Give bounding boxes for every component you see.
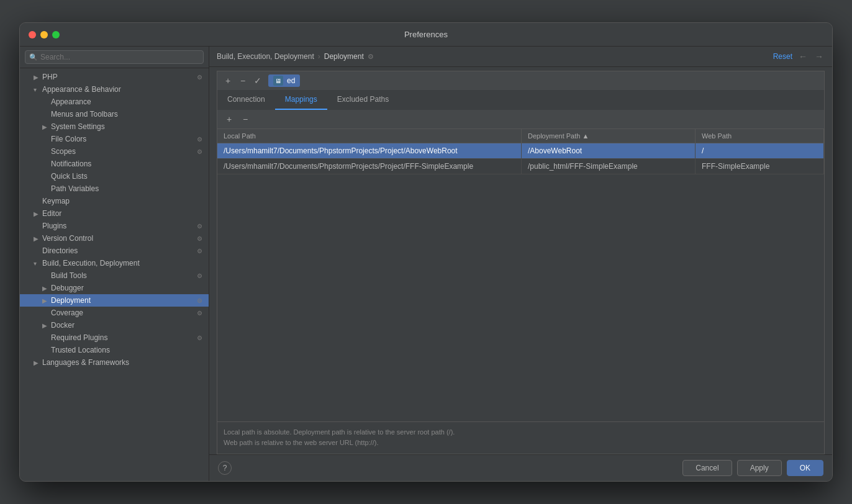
bed-arrow: ▾	[34, 260, 42, 267]
sidebar-item-path-variables[interactable]: Path Variables	[20, 182, 209, 195]
sidebar-item-build-execution-deployment[interactable]: ▾ Build, Execution, Deployment	[20, 257, 209, 269]
preferences-window: Preferences 🔍 ▶ PHP ⚙ ▾	[19, 22, 833, 482]
sidebar-item-menus-toolbars[interactable]: Menus and Toolbars	[20, 108, 209, 120]
coverage-config-icon: ⚙	[195, 308, 204, 317]
sidebar-item-directories[interactable]: Directories ⚙	[20, 245, 209, 257]
sidebar-item-scopes[interactable]: Scopes ⚙	[20, 145, 209, 158]
sidebar-item-coverage[interactable]: Coverage ⚙	[20, 307, 209, 319]
appearance-behavior-arrow: ▾	[34, 86, 42, 93]
editor-arrow: ▶	[34, 210, 42, 217]
buildtools-config-icon: ⚙	[195, 271, 204, 280]
sidebar-item-deployment[interactable]: ▶ Deployment ⚙	[20, 294, 209, 307]
sidebar-item-notifications[interactable]: Notifications	[20, 158, 209, 170]
reset-button[interactable]: Reset	[773, 52, 792, 61]
sidebar-item-languages-frameworks[interactable]: ▶ Languages & Frameworks	[20, 356, 209, 369]
sidebar-item-keymap[interactable]: Keymap	[20, 195, 209, 207]
sidebar-item-label: System Settings	[51, 122, 204, 131]
add-server-button[interactable]: +	[221, 74, 235, 88]
forward-button[interactable]: →	[813, 52, 825, 61]
remove-mapping-button[interactable]: −	[238, 112, 252, 126]
debugger-arrow: ▶	[42, 285, 51, 292]
bottom-bar: ? Cancel Apply OK	[209, 454, 832, 481]
sidebar-item-label: Keymap	[42, 197, 204, 205]
sidebar-item-label: Directories	[42, 246, 195, 255]
th-web-path-label: Web Path	[702, 132, 732, 140]
vc-arrow: ▶	[34, 235, 42, 242]
table-toolbar: + −	[217, 110, 824, 129]
table-row[interactable]: /Users/mhamilt7/Documents/PhpstormProjec…	[217, 159, 824, 174]
add-mapping-button[interactable]: +	[222, 112, 236, 126]
back-button[interactable]: ←	[797, 52, 809, 61]
ok-button[interactable]: OK	[787, 460, 823, 476]
sidebar-item-label: Required Plugins	[51, 333, 195, 342]
sidebar-item-appearance-behavior[interactable]: ▾ Appearance & Behavior	[20, 83, 209, 96]
right-panel: Build, Execution, Deployment › Deploymen…	[209, 47, 832, 481]
td-web-path-2: FFF-SimpleExample	[696, 159, 824, 174]
sidebar-item-label: Path Variables	[51, 184, 204, 193]
sidebar-item-debugger[interactable]: ▶ Debugger	[20, 282, 209, 294]
sidebar-item-file-colors[interactable]: File Colors ⚙	[20, 133, 209, 145]
table-header: Local Path Deployment Path ▲ Web Path	[217, 129, 824, 143]
minus-icon: −	[240, 76, 245, 86]
sidebar-item-label: File Colors	[51, 135, 195, 143]
server-item-ed[interactable]: 🖥 ed	[268, 74, 300, 87]
sidebar-item-required-plugins[interactable]: Required Plugins ⚙	[20, 331, 209, 344]
sidebar-item-quick-lists[interactable]: Quick Lists	[20, 170, 209, 182]
server-icon: 🖥	[273, 76, 283, 86]
tab-mappings[interactable]: Mappings	[275, 90, 327, 110]
breadcrumb-config-icon: ⚙	[368, 53, 374, 61]
sidebar-item-label: PHP	[42, 73, 195, 81]
titlebar: Preferences	[20, 23, 832, 47]
maximize-button[interactable]	[52, 31, 60, 38]
sidebar-item-plugins[interactable]: Plugins ⚙	[20, 220, 209, 232]
right-header: Build, Execution, Deployment › Deploymen…	[209, 47, 832, 67]
tab-excluded-paths[interactable]: Excluded Paths	[327, 90, 399, 110]
td-local-path-1: /Users/mhamilt7/Documents/PhpstormProjec…	[217, 143, 522, 158]
sidebar-item-php[interactable]: ▶ PHP ⚙	[20, 71, 209, 83]
check-icon: ✓	[254, 76, 261, 86]
sidebar-item-docker[interactable]: ▶ Docker	[20, 319, 209, 331]
window-title: Preferences	[404, 30, 448, 39]
sidebar-item-trusted-locations[interactable]: Trusted Locations	[20, 344, 209, 356]
tab-connection[interactable]: Connection	[217, 90, 275, 110]
header-actions: Reset ← →	[773, 52, 825, 61]
sidebar-item-system-settings[interactable]: ▶ System Settings	[20, 120, 209, 133]
remove-mapping-icon: −	[243, 114, 248, 124]
sidebar-item-label: Version Control	[42, 234, 195, 243]
search-box: 🔍	[20, 47, 209, 68]
check-server-button[interactable]: ✓	[251, 74, 265, 88]
minimize-button[interactable]	[40, 31, 48, 38]
th-deployment-path: Deployment Path ▲	[522, 129, 696, 143]
server-toolbar: + − ✓ 🖥 ed	[217, 71, 825, 90]
breadcrumb-current: Deployment	[324, 52, 364, 61]
sidebar-item-label: Appearance & Behavior	[42, 85, 204, 94]
sidebar-item-label: Debugger	[51, 284, 204, 292]
dirs-config-icon: ⚙	[195, 246, 204, 255]
th-local-path-label: Local Path	[224, 132, 256, 140]
apply-button[interactable]: Apply	[737, 460, 782, 476]
sidebar-item-version-control[interactable]: ▶ Version Control ⚙	[20, 232, 209, 245]
search-input[interactable]	[25, 50, 204, 64]
sidebar-tree: ▶ PHP ⚙ ▾ Appearance & Behavior Appearan…	[20, 68, 209, 481]
sidebar-item-build-tools[interactable]: Build Tools ⚙	[20, 269, 209, 282]
td-local-path-2: /Users/mhamilt7/Documents/PhpstormProjec…	[217, 159, 522, 174]
remove-server-button[interactable]: −	[236, 74, 250, 88]
td-deployment-path-2: /public_html/FFF-SimpleExample	[522, 159, 696, 174]
cancel-button[interactable]: Cancel	[682, 460, 732, 476]
th-local-path: Local Path	[217, 129, 522, 143]
breadcrumb-parent: Build, Execution, Deployment	[217, 52, 314, 61]
sidebar-item-editor[interactable]: ▶ Editor	[20, 207, 209, 220]
sidebar-item-label: Trusted Locations	[51, 346, 204, 354]
action-buttons: Cancel Apply OK	[682, 460, 823, 476]
sidebar-item-label: Languages & Frameworks	[42, 358, 204, 367]
close-button[interactable]	[29, 31, 36, 38]
php-config-icon: ⚙	[195, 73, 204, 81]
content-area: + − Local Path Deployment Path ▲	[217, 110, 825, 454]
td-web-path-1: /	[696, 143, 824, 158]
table-row[interactable]: /Users/mhamilt7/Documents/PhpstormProjec…	[217, 143, 824, 159]
php-arrow: ▶	[34, 74, 42, 81]
sidebar-item-appearance[interactable]: Appearance	[20, 96, 209, 108]
help-button[interactable]: ?	[218, 461, 232, 475]
sidebar-item-label: Quick Lists	[51, 172, 204, 181]
filecolors-config-icon: ⚙	[195, 135, 204, 143]
